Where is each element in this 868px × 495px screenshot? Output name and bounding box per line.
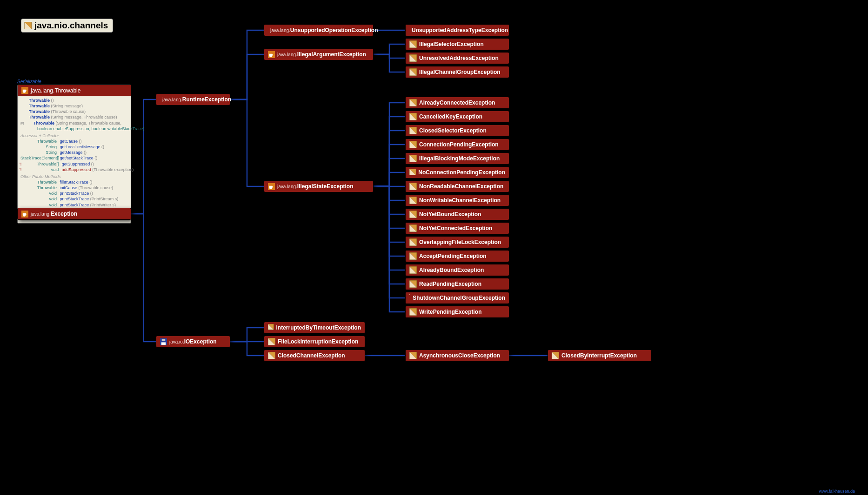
throwable-pkg: java.lang.	[31, 87, 54, 94]
class-illegalchgroup[interactable]: IllegalChannelGroupException	[405, 66, 509, 78]
class-name: CancelledKeyException	[419, 113, 482, 120]
class-overlapping[interactable]: OverlappingFileLockException	[405, 236, 509, 248]
class-pkg: java.io.	[169, 339, 184, 344]
class-exception[interactable]: java.lang.Exception	[17, 208, 131, 220]
pkg-icon	[409, 280, 417, 288]
class-nonwritable[interactable]: NonWritableChannelException	[405, 194, 509, 206]
pkg-icon	[409, 127, 417, 134]
pkg-icon	[409, 294, 410, 302]
class-name: InterruptedByTimeoutException	[276, 324, 361, 331]
svg-rect-8	[161, 342, 166, 345]
class-name: ClosedChannelException	[278, 352, 345, 359]
throwable-header: java.lang.Throwable	[18, 85, 131, 96]
class-alreadybound[interactable]: AlreadyBoundException	[405, 264, 509, 276]
class-noconnpending[interactable]: NoConnectionPendingException	[405, 166, 509, 178]
class-nonreadable[interactable]: NonReadableChannelException	[405, 180, 509, 192]
class-pkg: java.lang.	[277, 52, 297, 57]
pkg-icon	[409, 224, 417, 232]
throwable-body: Throwable ()Throwable (String message)Th…	[18, 96, 131, 223]
pkg-icon	[268, 324, 274, 331]
pkg-icon	[409, 238, 417, 246]
class-filelock[interactable]: FileLockInterruptionException	[264, 336, 365, 348]
package-icon	[24, 22, 32, 29]
cup-icon	[21, 87, 28, 94]
class-closedchannel[interactable]: ClosedChannelException	[264, 350, 365, 362]
cup-icon	[21, 211, 28, 218]
class-name: IllegalSelectorException	[419, 41, 484, 47]
throwable-name: Throwable	[54, 87, 80, 94]
class-illegalselector[interactable]: IllegalSelectorException	[405, 38, 509, 50]
class-name: NoConnectionPendingException	[418, 169, 505, 176]
class-name: UnsupportedAddressTypeException	[412, 27, 508, 33]
class-name: IllegalStateException	[297, 183, 354, 190]
class-readpending[interactable]: ReadPendingException	[405, 278, 509, 290]
svg-rect-7	[162, 338, 166, 341]
class-name: AlreadyConnectedException	[419, 99, 495, 106]
class-name: ClosedSelectorException	[419, 127, 487, 134]
class-name: WritePendingException	[419, 309, 481, 315]
class-cancelledkey[interactable]: CancelledKeyException	[405, 111, 509, 123]
class-notyetbound[interactable]: NotYetBoundException	[405, 208, 509, 220]
class-pkg: java.lang.	[31, 211, 51, 217]
pkg-icon	[409, 308, 417, 316]
class-alreadyconn[interactable]: AlreadyConnectedException	[405, 97, 509, 109]
class-acceptpending[interactable]: AcceptPendingException	[405, 250, 509, 262]
pkg-icon	[552, 352, 559, 359]
class-name: Exception	[51, 211, 77, 217]
class-pkg: java.lang.	[270, 28, 290, 33]
footer-link[interactable]: www.falkhausen.de	[819, 489, 855, 494]
pkg-icon	[409, 40, 417, 48]
class-illegalblocking[interactable]: IllegalBlockingModeException	[405, 152, 509, 165]
pkg-icon	[409, 99, 417, 106]
pkg-icon	[409, 141, 417, 148]
class-pkg: java.lang.	[277, 184, 297, 189]
class-name: AcceptPendingException	[419, 253, 487, 259]
class-closedselector[interactable]: ClosedSelectorException	[405, 125, 509, 137]
pkg-icon	[409, 68, 417, 76]
pkg-icon	[409, 54, 417, 62]
class-name: ConnectionPendingException	[419, 141, 499, 148]
pkg-icon	[409, 266, 417, 274]
class-name: AsynchronousCloseException	[419, 352, 500, 359]
pkg-icon	[409, 197, 417, 204]
class-illegalarg[interactable]: java.lang.IllegalArgumentException	[264, 48, 374, 60]
diagram-title: java.nio.channels	[21, 19, 113, 33]
class-writepending[interactable]: WritePendingException	[405, 306, 509, 318]
serializable-label: Serializable	[17, 79, 41, 84]
pkg-icon	[409, 352, 417, 359]
class-notyetconn[interactable]: NotYetConnectedException	[405, 222, 509, 234]
class-name: ShutdownChannelGroupException	[413, 295, 505, 301]
class-closedinterrupt[interactable]: ClosedByInterruptException	[548, 350, 652, 362]
disk-icon	[160, 338, 167, 345]
class-unresolvedaddr[interactable]: UnresolvedAddressException	[405, 52, 509, 64]
pkg-icon	[409, 169, 416, 176]
diagram-title-text: java.nio.channels	[34, 20, 108, 31]
class-interruptedtimeout[interactable]: InterruptedByTimeoutException	[264, 322, 365, 334]
class-name: IllegalBlockingModeException	[419, 155, 500, 162]
pkg-icon	[409, 211, 417, 218]
class-name: IllegalArgumentException	[297, 51, 366, 58]
pkg-icon	[409, 155, 417, 162]
pkg-icon	[268, 352, 275, 359]
class-name: ClosedByInterruptException	[561, 352, 637, 359]
class-name: NotYetBoundException	[419, 211, 481, 218]
class-name: NotYetConnectedException	[419, 225, 492, 231]
class-name: IOException	[184, 338, 217, 345]
class-illegalstate[interactable]: java.lang.IllegalStateException	[264, 180, 374, 192]
class-asyncclose[interactable]: AsynchronousCloseException	[405, 350, 509, 362]
class-connpending[interactable]: ConnectionPendingException	[405, 139, 509, 151]
class-name: AlreadyBoundException	[419, 267, 484, 273]
cup-icon	[268, 183, 275, 190]
class-unsupportedop[interactable]: java.lang.UnsupportedOperationException	[264, 24, 374, 36]
throwable-panel: java.lang.Throwable Throwable ()Throwabl…	[17, 85, 131, 224]
cup-icon	[268, 51, 275, 58]
class-name: OverlappingFileLockException	[419, 239, 501, 245]
class-ioexception[interactable]: java.io.IOException	[156, 336, 230, 348]
class-name: IllegalChannelGroupException	[419, 69, 501, 75]
pkg-icon	[409, 113, 417, 120]
class-pkg: java.lang.	[162, 97, 182, 102]
class-shutdowngroup[interactable]: ShutdownChannelGroupException	[405, 292, 509, 304]
class-runtime[interactable]: java.lang.RuntimeException	[156, 93, 230, 106]
pkg-icon	[268, 338, 275, 345]
class-unsupportedaddr[interactable]: UnsupportedAddressTypeException	[405, 24, 509, 36]
